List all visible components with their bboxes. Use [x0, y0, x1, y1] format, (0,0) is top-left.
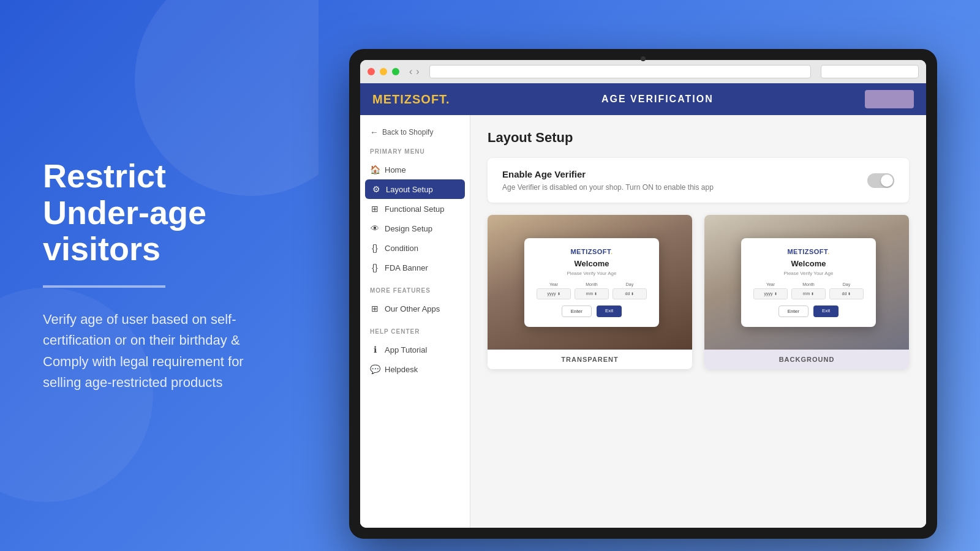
condition-label: Condition [385, 244, 418, 253]
sidebar-item-fda-banner[interactable]: {} FDA Banner [360, 258, 470, 277]
browser-navigation: ‹ › [409, 66, 420, 77]
background-date-row: Year yyyy ⬍ Mo [753, 282, 864, 299]
helpdesk-icon: 💬 [370, 364, 380, 374]
bg-enter-button[interactable]: Enter [778, 305, 809, 317]
bg-month-input[interactable]: mm ⬍ [791, 288, 826, 299]
verifier-description: Age Verifier is disabled on your shop. T… [502, 183, 714, 192]
bg-year-label: Year [753, 282, 788, 287]
design-setup-icon: 👁 [370, 223, 380, 233]
helpdesk-label: Helpdesk [385, 365, 418, 374]
sidebar-item-layout-setup[interactable]: ⚙ Layout Setup [365, 179, 465, 199]
bg-month-col: Month mm ⬍ [791, 282, 826, 299]
help-center-label: HELP CENTER [360, 326, 470, 340]
laptop-wrapper: ‹ › METIZSOFT. AGE VERIFICATION [349, 24, 937, 527]
layout-card-transparent[interactable]: METIZSOFT. Welcome Please Verify Your Ag… [488, 215, 692, 369]
year-label: Year [537, 282, 571, 287]
primary-menu-label: PRIMARY MENU [360, 146, 470, 160]
transparent-label: TRANSPARENT [488, 350, 692, 369]
bg-year-input[interactable]: yyyy ⬍ [753, 288, 788, 299]
background-modal-subtitle: Please Verify Your Age [753, 271, 864, 276]
bg-day-input[interactable]: dd ⬍ [829, 288, 864, 299]
transparent-modal-subtitle: Please Verify Your Age [537, 271, 647, 276]
month-input[interactable]: mm ⬍ [575, 288, 609, 299]
day-input[interactable]: dd ⬍ [612, 288, 647, 299]
transparent-modal-logo: METIZSOFT. [537, 248, 647, 255]
sidebar: ← Back to Shopify PRIMARY MENU 🏠 Home ⚙ … [360, 115, 470, 528]
year-col: Year yyyy ⬍ [537, 282, 571, 299]
layout-setup-label: Layout Setup [386, 185, 433, 194]
sidebar-item-other-apps[interactable]: ⊞ Our Other Apps [360, 299, 470, 318]
left-title: Restrict Under-age visitors [43, 158, 282, 267]
transparent-modal-welcome: Welcome [537, 259, 647, 268]
back-label: Back to Shopify [382, 128, 433, 137]
design-setup-label: Design Setup [385, 224, 432, 233]
year-input[interactable]: yyyy ⬍ [537, 288, 571, 299]
fda-banner-icon: {} [370, 263, 380, 272]
sidebar-item-home[interactable]: 🏠 Home [360, 160, 470, 179]
url-bar[interactable] [429, 65, 811, 78]
month-col: Month mm ⬍ [575, 282, 609, 299]
verifier-card-left: Enable Age Verifier Age Verifier is disa… [502, 169, 714, 192]
back-to-shopify[interactable]: ← Back to Shopify [360, 124, 470, 146]
functional-setup-label: Functional Setup [385, 204, 445, 214]
left-panel: Restrict Under-age visitors Verify age o… [0, 0, 318, 551]
transparent-modal-buttons: Enter Exit [537, 305, 647, 317]
divider [43, 285, 165, 288]
maximize-dot[interactable] [392, 68, 399, 75]
app-content: METIZSOFT. AGE VERIFICATION ← Back to Sh… [360, 83, 926, 528]
app-header: METIZSOFT. AGE VERIFICATION [360, 83, 926, 115]
sidebar-item-helpdesk[interactable]: 💬 Helpdesk [360, 359, 470, 379]
transparent-date-row: Year yyyy ⬍ Mo [537, 282, 647, 299]
day-col: Day dd ⬍ [612, 282, 647, 299]
minimize-dot[interactable] [380, 68, 387, 75]
layout-setup-icon: ⚙ [371, 184, 381, 194]
verifier-title: Enable Age Verifier [502, 169, 714, 179]
month-label: Month [575, 282, 609, 287]
bg-year-col: Year yyyy ⬍ [753, 282, 788, 299]
right-panel: ‹ › METIZSOFT. AGE VERIFICATION [318, 0, 980, 551]
background-modal-welcome: Welcome [753, 259, 864, 268]
background-modal-buttons: Enter Exit [753, 305, 864, 317]
page-title: Layout Setup [488, 130, 909, 146]
more-features-label: MORE FEATURES [360, 285, 470, 299]
app-logo: METIZSOFT. [372, 92, 450, 107]
app-tutorial-icon: ℹ [370, 345, 380, 354]
condition-icon: {} [370, 243, 380, 253]
bg-day-col: Day dd ⬍ [829, 282, 864, 299]
day-label: Day [612, 282, 647, 287]
back-arrow-icon: ← [370, 127, 379, 137]
layout-card-background[interactable]: METIZSOFT. Welcome Please Verify Your Ag… [704, 215, 909, 369]
bg-month-label: Month [791, 282, 826, 287]
close-dot[interactable] [368, 68, 375, 75]
camera-dot [641, 56, 646, 61]
background-label: BACKGROUND [704, 350, 909, 369]
other-apps-label: Our Other Apps [385, 304, 440, 313]
bg-day-label: Day [829, 282, 864, 287]
enable-toggle[interactable] [867, 173, 894, 188]
sidebar-item-functional-setup[interactable]: ⊞ Functional Setup [360, 199, 470, 219]
left-description: Verify age of user based on self-certifi… [43, 309, 282, 392]
transparent-preview: METIZSOFT. Welcome Please Verify Your Ag… [488, 215, 692, 350]
search-box[interactable] [821, 65, 919, 78]
forward-button[interactable]: › [416, 66, 419, 77]
app-body: ← Back to Shopify PRIMARY MENU 🏠 Home ⚙ … [360, 115, 926, 528]
browser-bar: ‹ › [360, 60, 926, 83]
exit-button[interactable]: Exit [597, 305, 622, 317]
home-icon: 🏠 [370, 165, 380, 174]
other-apps-icon: ⊞ [370, 304, 380, 313]
app-tutorial-label: App Tutorial [385, 345, 427, 354]
back-button[interactable]: ‹ [409, 66, 412, 77]
home-label: Home [385, 165, 406, 174]
main-content: Layout Setup Enable Age Verifier Age Ver… [470, 115, 926, 528]
background-modal-logo: METIZSOFT. [753, 248, 864, 255]
sidebar-item-design-setup[interactable]: 👁 Design Setup [360, 219, 470, 238]
functional-setup-icon: ⊞ [370, 204, 380, 214]
transparent-modal: METIZSOFT. Welcome Please Verify Your Ag… [524, 238, 659, 327]
app-header-right [865, 90, 914, 108]
sidebar-item-condition[interactable]: {} Condition [360, 238, 470, 258]
app-header-title: AGE VERIFICATION [450, 94, 865, 105]
sidebar-item-app-tutorial[interactable]: ℹ App Tutorial [360, 340, 470, 359]
enter-button[interactable]: Enter [562, 305, 592, 317]
bg-exit-button[interactable]: Exit [813, 305, 839, 317]
laptop-body: ‹ › METIZSOFT. AGE VERIFICATION [349, 49, 937, 539]
